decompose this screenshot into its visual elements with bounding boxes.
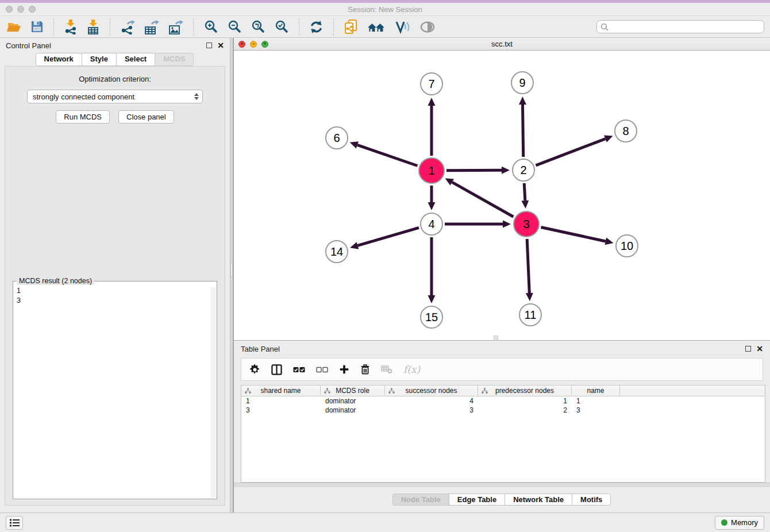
save-session-button[interactable]: [29, 19, 45, 34]
delete-column-button[interactable]: [360, 364, 370, 375]
edge-3-10[interactable]: [541, 228, 613, 245]
import-table-button[interactable]: [85, 18, 101, 36]
graphics-details-button[interactable]: [418, 20, 437, 34]
close-panel-button[interactable]: Close panel: [118, 110, 174, 124]
control-panel-title: Control Panel: [6, 41, 51, 50]
table-cell[interactable]: 2: [478, 406, 572, 414]
divider-grip[interactable]: [230, 262, 233, 277]
memory-label: Memory: [731, 518, 758, 527]
search-input[interactable]: [611, 23, 760, 31]
zoom-in-button[interactable]: [202, 18, 220, 36]
canvas-resize-grip[interactable]: [494, 336, 498, 340]
table-row[interactable]: 1dominator411: [241, 396, 765, 406]
edge-1-6[interactable]: [350, 141, 418, 165]
table-cell[interactable]: dominator: [321, 406, 385, 414]
edge-2-9[interactable]: [519, 97, 526, 157]
graph-node-11[interactable]: 11: [519, 303, 542, 326]
titlebar: Session: New Session: [0, 3, 770, 16]
float-panel-icon[interactable]: [206, 43, 212, 48]
zoom-fit-button[interactable]: [249, 18, 267, 36]
table-cell[interactable]: dominator: [321, 397, 385, 405]
select-all-rows-button[interactable]: [293, 366, 305, 373]
graph-node-15[interactable]: 15: [420, 306, 443, 329]
search-box[interactable]: [596, 20, 764, 33]
column-header-predecessor-nodes[interactable]: predecessor nodes: [478, 385, 572, 396]
export-table-button[interactable]: [143, 18, 160, 36]
edge-3-1[interactable]: [445, 178, 514, 217]
graph-node-14[interactable]: 14: [325, 240, 348, 263]
export-network-button[interactable]: [119, 18, 136, 36]
network-canvas[interactable]: 7968124314101511: [234, 51, 770, 340]
memory-button[interactable]: Memory: [715, 516, 764, 530]
tab-node-table[interactable]: Node Table: [392, 494, 449, 506]
column-header-label: shared name: [260, 387, 301, 395]
table-row[interactable]: 3dominator323: [241, 406, 765, 415]
zoom-selected-icon: [274, 20, 289, 34]
import-network-button[interactable]: [63, 18, 79, 36]
graph-node-10[interactable]: 10: [615, 234, 638, 257]
table-cell[interactable]: 1: [572, 397, 620, 405]
column-header-name[interactable]: name: [572, 385, 620, 396]
tab-network-table[interactable]: Network Table: [505, 494, 572, 506]
edge-2-3[interactable]: [521, 183, 529, 209]
table-settings-button[interactable]: [249, 364, 260, 375]
column-header-successor-nodes[interactable]: successor nodes: [385, 385, 478, 396]
result-scrollbar[interactable]: [211, 287, 216, 498]
edge-2-8[interactable]: [536, 135, 613, 165]
edge-1-4[interactable]: [428, 186, 436, 210]
graph-node-1[interactable]: 1: [418, 157, 445, 184]
task-history-button[interactable]: [6, 516, 23, 530]
graph-node-8[interactable]: 8: [614, 119, 637, 142]
delete-table-button[interactable]: [381, 365, 392, 374]
graph-node-6[interactable]: 6: [325, 126, 348, 149]
network-window: × − + scc.txt 7968124314101511: [233, 38, 770, 340]
graph-node-4[interactable]: 4: [420, 213, 443, 236]
close-table-panel-icon[interactable]: ✕: [756, 346, 763, 352]
edge-4-14[interactable]: [350, 228, 419, 249]
table-cell[interactable]: 4: [385, 397, 478, 405]
table-cell[interactable]: 3: [241, 406, 321, 414]
cyndex-button[interactable]: [393, 18, 411, 36]
float-table-panel-icon[interactable]: [745, 346, 751, 352]
column-layout-button[interactable]: [271, 364, 282, 375]
column-header-mcds-role[interactable]: MCDS role: [321, 385, 385, 396]
network-overview-button[interactable]: [365, 19, 387, 35]
graph-node-3[interactable]: 3: [513, 211, 540, 237]
select-stepper-icon: [194, 93, 200, 100]
add-column-button[interactable]: [339, 364, 349, 375]
zoom-out-button[interactable]: [226, 18, 243, 36]
edge-4-15[interactable]: [428, 237, 436, 303]
graph-node-2[interactable]: 2: [512, 159, 535, 182]
edge-4-3[interactable]: [445, 221, 511, 228]
edge-1-7[interactable]: [428, 98, 436, 156]
clone-network-button[interactable]: [342, 18, 359, 36]
tab-edge-table[interactable]: Edge Table: [449, 494, 505, 506]
table-cell[interactable]: 1: [241, 397, 321, 405]
tab-style[interactable]: Style: [82, 53, 117, 66]
memory-status-icon: [721, 519, 727, 526]
table-cell[interactable]: 3: [385, 406, 478, 414]
close-panel-icon[interactable]: ✕: [217, 43, 224, 48]
run-mcds-button[interactable]: Run MCDS: [56, 110, 110, 124]
function-builder-button[interactable]: f(x): [403, 364, 420, 375]
graph-node-9[interactable]: 9: [511, 71, 534, 94]
open-session-button[interactable]: [6, 19, 23, 35]
zoom-selected-button[interactable]: [273, 18, 290, 36]
tab-motifs[interactable]: Motifs: [572, 494, 611, 506]
tab-network[interactable]: Network: [36, 53, 82, 66]
edge-3-11[interactable]: [526, 239, 533, 301]
refresh-button[interactable]: [308, 19, 325, 35]
export-image-button[interactable]: [167, 18, 184, 36]
table-cell[interactable]: 3: [572, 406, 620, 414]
table-header-row: shared nameMCDS rolesuccessor nodesprede…: [241, 385, 765, 396]
column-header-shared-name[interactable]: shared name: [241, 385, 321, 396]
table-cell[interactable]: 1: [478, 397, 572, 405]
tab-select[interactable]: Select: [116, 53, 155, 66]
panel-divider[interactable]: [230, 38, 233, 512]
edge-1-2[interactable]: [446, 167, 510, 174]
control-panel: Control Panel ✕ NetworkStyleSelectMCDS O…: [0, 38, 230, 512]
graph-node-7[interactable]: 7: [420, 72, 443, 95]
deselect-all-rows-button[interactable]: [316, 366, 328, 373]
optimization-criterion-select[interactable]: strongly connected component: [27, 90, 203, 103]
tab-mcds[interactable]: MCDS: [155, 53, 194, 66]
